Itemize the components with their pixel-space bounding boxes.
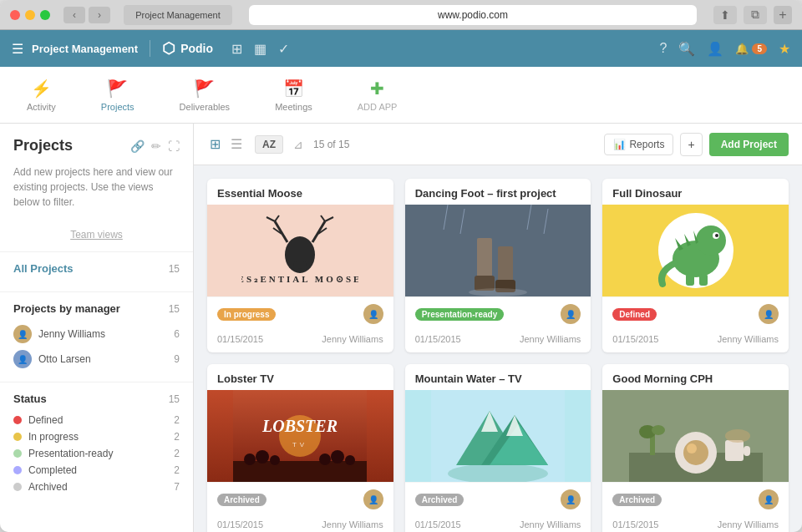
inprogress-label: In progress: [28, 431, 174, 443]
svg-rect-29: [686, 274, 694, 286]
meetings-icon: 📅: [283, 79, 304, 99]
defined-dot: [13, 416, 22, 424]
reports-button[interactable]: 📊 Reports: [604, 134, 673, 155]
toolbar-right: 📊 Reports + Add Project: [604, 133, 789, 156]
sidebar-divider-3: [0, 382, 193, 383]
search-icon[interactable]: 🔍: [678, 41, 695, 57]
sidebar-edit-icon[interactable]: ✏: [151, 139, 161, 153]
card-image-good-morning-cph: [602, 390, 789, 482]
calendar-nav-icon[interactable]: ▦: [254, 41, 266, 57]
status-presentationready[interactable]: Presentation-ready 2: [13, 445, 180, 462]
card-essential-moose[interactable]: Essential Moose: [207, 179, 393, 352]
back-button[interactable]: ‹: [63, 7, 85, 23]
activity-label: Activity: [27, 102, 56, 112]
check-nav-icon[interactable]: ✓: [278, 41, 289, 57]
svg-point-55: [687, 443, 697, 453]
nav-item-activity[interactable]: ⚡ Activity: [17, 72, 66, 119]
secondary-nav: ⚡ Activity 🚩 Projects 🚩 Deliverables 📅 M…: [0, 67, 802, 124]
svg-text:ES₂ENTIAL MO⊙SE: ES₂ENTIAL MO⊙SE: [241, 274, 358, 284]
all-projects-header[interactable]: All Projects 15: [13, 262, 180, 275]
card-footer: Defined 👤: [602, 296, 789, 331]
status-inprogress[interactable]: In progress 2: [13, 428, 180, 445]
svg-point-25: [715, 234, 718, 237]
user-icon[interactable]: 👤: [707, 41, 723, 57]
forward-button[interactable]: ›: [89, 7, 110, 23]
share-button[interactable]: ⬆: [713, 6, 737, 24]
new-tab-button[interactable]: +: [774, 6, 792, 24]
inprogress-dot: [13, 433, 22, 441]
card-title: Good Morning CPH: [602, 364, 789, 390]
card-lobster-tv[interactable]: Lobster TV: [207, 364, 393, 532]
address-bar[interactable]: www.podio.com: [249, 5, 697, 25]
sort-button[interactable]: AZ: [255, 135, 283, 154]
svg-point-16: [469, 288, 527, 296]
team-views-link[interactable]: Team views: [70, 229, 123, 241]
cards-grid: Essential Moose: [194, 165, 802, 532]
minimize-button[interactable]: [25, 10, 35, 20]
top-nav: ☰ Project Management ⬡ Podio ⊞ ▦ ✓ ? 🔍 👤: [0, 30, 802, 67]
sidebar-expand-icon[interactable]: ⛶: [168, 139, 180, 153]
card-manager: Jenny Williams: [718, 519, 779, 529]
svg-line-4: [312, 221, 325, 242]
top-nav-left: ☰ Project Management ⬡ Podio ⊞ ▦ ✓: [12, 39, 289, 58]
status-completed[interactable]: Completed 2: [13, 462, 180, 479]
card-full-dinosaur[interactable]: Full Dinosaur: [602, 179, 789, 352]
status-defined[interactable]: Defined 2: [13, 412, 180, 428]
nav-item-projects[interactable]: 🚩 Projects: [91, 72, 145, 119]
archived-label: Archived: [28, 481, 174, 493]
card-good-morning-cph[interactable]: Good Morning CPH: [602, 364, 789, 532]
manager-item-jenny[interactable]: 👤 Jenny Williams 6: [13, 322, 180, 347]
workspace-name: Project Management: [32, 43, 138, 55]
top-nav-right: ? 🔍 👤 🔔 5 ★: [660, 41, 790, 57]
content-area-wrapper: Projects 🔗 ✏ ⛶ Add new projects here and…: [0, 124, 802, 532]
hamburger-icon[interactable]: ☰: [12, 41, 23, 57]
star-icon[interactable]: ★: [779, 41, 790, 57]
card-image-mountain-water: [405, 390, 591, 482]
card-meta: 01/15/2015 Jenny Williams: [207, 516, 393, 532]
notifications[interactable]: 🔔 5: [735, 43, 767, 55]
card-mountain-water[interactable]: Mountain Water – TV: [405, 364, 591, 532]
svg-text:TV: TV: [292, 441, 307, 448]
grid-nav-icon[interactable]: ⊞: [231, 41, 242, 57]
manager-item-otto[interactable]: 👤 Otto Larsen 9: [13, 347, 180, 372]
card-badge: In progress: [217, 308, 276, 321]
card-manager: Jenny Williams: [718, 334, 779, 344]
add-app-item[interactable]: ✚ ADD APP: [348, 72, 408, 119]
sidebar-title: Projects: [13, 137, 73, 155]
browser-chrome: ‹ › Project Management www.podio.com ⬆ ⧉…: [0, 0, 802, 532]
nav-item-deliverables[interactable]: 🚩 Deliverables: [170, 72, 241, 119]
projects-by-manager-header[interactable]: Projects by manager 15: [13, 302, 180, 315]
svg-rect-33: [233, 461, 367, 482]
svg-point-35: [256, 450, 269, 464]
grid-view-icon[interactable]: ⊞: [207, 134, 223, 155]
close-button[interactable]: [10, 10, 20, 20]
deliverables-icon: 🚩: [194, 79, 215, 99]
svg-rect-30: [699, 274, 708, 286]
activity-icon: ⚡: [31, 79, 52, 99]
bell-icon: 🔔: [735, 43, 749, 55]
browser-tab[interactable]: Project Management: [124, 5, 232, 25]
card-image-dancing-foot: [405, 205, 591, 296]
filter-icon[interactable]: ⊿: [293, 138, 303, 151]
status-section: Status 15 Defined 2 In progress 2: [0, 386, 193, 509]
sidebar: Projects 🔗 ✏ ⛶ Add new projects here and…: [0, 124, 194, 532]
sidebar-share-icon[interactable]: 🔗: [130, 139, 145, 153]
add-project-button[interactable]: Add Project: [709, 133, 789, 156]
svg-point-9: [293, 261, 307, 269]
status-archived[interactable]: Archived 7: [13, 479, 180, 495]
card-avatar: 👤: [759, 489, 779, 509]
completed-count: 2: [174, 464, 180, 476]
card-avatar: 👤: [561, 304, 581, 324]
main-content: ⊞ ☰ AZ ⊿ 15 of 15 📊 Reports + Add Projec…: [194, 124, 802, 532]
help-icon[interactable]: ?: [660, 41, 667, 56]
jenny-count: 6: [174, 328, 180, 340]
duplicate-tab-button[interactable]: ⧉: [744, 6, 767, 24]
maximize-button[interactable]: [40, 10, 50, 20]
sidebar-divider-2: [0, 291, 193, 292]
list-view-icon[interactable]: ☰: [228, 134, 245, 155]
sidebar-divider: [0, 251, 193, 252]
card-dancing-foot[interactable]: Dancing Foot – first project: [405, 179, 591, 352]
sidebar-actions: 🔗 ✏ ⛶: [130, 139, 180, 153]
nav-item-meetings[interactable]: 📅 Meetings: [265, 72, 322, 119]
plus-button[interactable]: +: [680, 133, 702, 156]
